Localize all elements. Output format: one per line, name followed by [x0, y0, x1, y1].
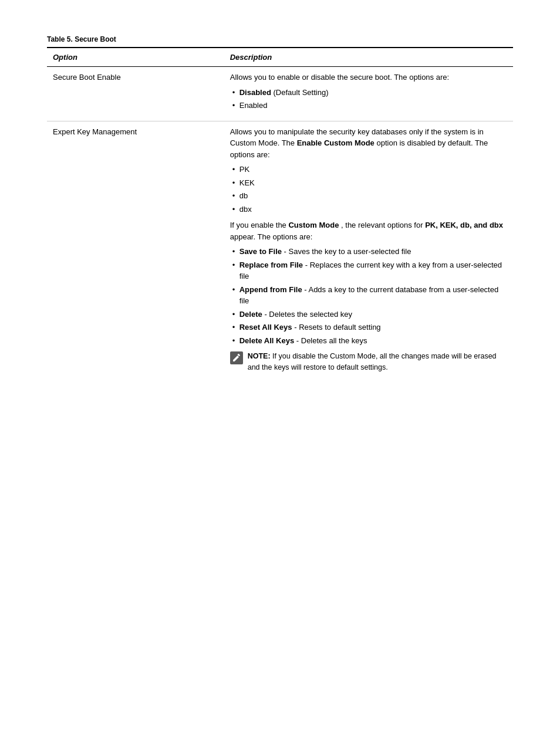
option-enabled: Enabled — [239, 101, 268, 110]
custom-mode-options-list: Save to File - Saves the key to a user-s… — [230, 246, 507, 346]
secure-boot-options-list: Disabled (Default Setting) Enabled — [230, 87, 507, 111]
expert-key-description: Allows you to manipulate the security ke… — [230, 126, 507, 161]
save-to-file-normal: - Saves the key to a user-selected file — [284, 247, 411, 256]
kek-label: KEK — [239, 178, 255, 187]
dbx-label: dbx — [239, 205, 252, 214]
option-cell-secure-boot: Secure Boot Enable — [47, 67, 224, 121]
reset-all-keys-normal: - Resets to default setting — [294, 323, 380, 332]
pk-kek-db-dbx-bold: PK, KEK, db, and dbx — [425, 221, 503, 229]
list-item: Delete - Deletes the selected key — [230, 309, 507, 320]
custom-mode-para: If you enable the Custom Mode , the rele… — [230, 219, 507, 242]
note-label: NOTE: — [248, 352, 271, 360]
replace-from-file-bold: Replace from File — [239, 261, 303, 269]
option-disabled-normal: (Default Setting) — [274, 88, 329, 97]
table-row: Expert Key Management Allows you to mani… — [47, 121, 513, 378]
table-title: Table 5. Secure Boot — [47, 35, 513, 43]
pk-label: PK — [239, 165, 249, 174]
list-item: Enabled — [230, 100, 507, 111]
list-item: Replace from File - Replaces the current… — [230, 259, 507, 282]
list-item: dbx — [230, 204, 507, 215]
delete-all-keys-normal: - Deletes all the keys — [296, 336, 367, 345]
secure-boot-table: Option Description Secure Boot Enable Al… — [47, 47, 513, 378]
table-header-row: Option Description — [47, 48, 513, 67]
page-wrapper: Table 5. Secure Boot Option Description … — [47, 35, 513, 744]
secure-boot-description: Allows you to enable or disable the secu… — [230, 72, 507, 83]
save-to-file-bold: Save to File — [239, 247, 282, 256]
table-row: Secure Boot Enable Allows you to enable … — [47, 67, 513, 121]
pencil-icon — [232, 354, 241, 362]
enable-custom-mode-bold: Enable Custom Mode — [297, 138, 375, 147]
list-item: Reset All Keys - Resets to default setti… — [230, 322, 507, 333]
list-item: db — [230, 190, 507, 202]
list-item: Save to File - Saves the key to a user-s… — [230, 246, 507, 258]
list-item: KEK — [230, 177, 507, 189]
column-header-description: Description — [224, 48, 513, 67]
option-label: Expert Key Management — [53, 127, 137, 136]
custom-mode-bold: Custom Mode — [288, 221, 339, 229]
key-type-list: PK KEK db dbx — [230, 164, 507, 215]
append-from-file-bold: Append from File — [239, 285, 302, 294]
custom-mode-prefix: If you enable the — [230, 221, 289, 229]
list-item: PK — [230, 164, 507, 175]
option-cell-expert-key: Expert Key Management — [47, 121, 224, 378]
delete-bold: Delete — [239, 310, 262, 319]
column-header-option: Option — [47, 48, 224, 67]
option-disabled-bold: Disabled — [239, 88, 271, 97]
note-box: NOTE: If you disable the Custom Mode, al… — [230, 351, 507, 373]
description-cell-secure-boot: Allows you to enable or disable the secu… — [224, 67, 513, 121]
list-item: Disabled (Default Setting) — [230, 87, 507, 99]
note-icon — [230, 351, 243, 364]
list-item: Delete All Keys - Deletes all the keys — [230, 335, 507, 347]
list-item: Append from File - Adds a key to the cur… — [230, 284, 507, 307]
delete-normal: - Deletes the selected key — [264, 310, 352, 319]
custom-mode-mid: , the relevant options for — [341, 221, 425, 229]
db-label: db — [239, 191, 248, 200]
note-content: NOTE: If you disable the Custom Mode, al… — [248, 351, 507, 373]
custom-mode-suffix: appear. The options are: — [230, 232, 313, 241]
note-text-content: If you disable the Custom Mode, all the … — [248, 352, 497, 371]
option-label: Secure Boot Enable — [53, 73, 121, 82]
delete-all-keys-bold: Delete All Keys — [239, 336, 294, 345]
description-cell-expert-key: Allows you to manipulate the security ke… — [224, 121, 513, 378]
reset-all-keys-bold: Reset All Keys — [239, 323, 292, 332]
